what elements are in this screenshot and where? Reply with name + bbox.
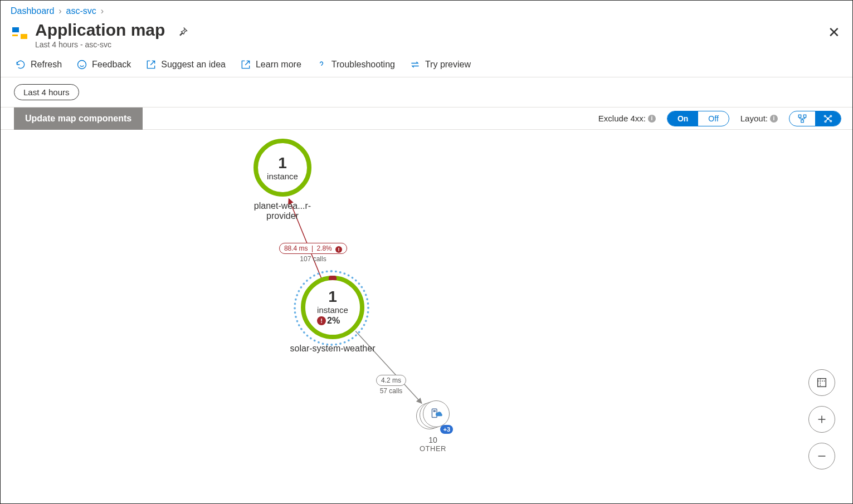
svg-rect-1 xyxy=(21,34,27,39)
troubleshooting-label: Troubleshooting xyxy=(332,60,395,70)
application-map-canvas[interactable]: 88.4 ms | 2.8% ! 107 calls 4.2 ms 57 cal… xyxy=(1,130,852,503)
try-preview-button[interactable]: Try preview xyxy=(410,59,471,70)
layout-force-button[interactable] xyxy=(815,111,841,126)
edge-solar-to-planet[interactable]: 88.4 ms | 2.8% ! 107 calls xyxy=(269,243,358,263)
page-title: Application map xyxy=(35,21,165,39)
breadcrumb-dashboard[interactable]: Dashboard xyxy=(11,6,54,16)
smile-icon xyxy=(76,59,87,70)
page-subtitle: Last 4 hours - asc-svc xyxy=(35,40,165,49)
layout-toggle[interactable] xyxy=(789,111,841,126)
server-cloud-icon xyxy=(429,407,443,421)
alert-icon: ! xyxy=(335,246,342,253)
node-count: 10 xyxy=(413,436,452,444)
edge-calls: 57 calls xyxy=(358,387,425,395)
zoom-in-button[interactable] xyxy=(808,406,835,433)
suggest-label: Suggest an idea xyxy=(161,60,226,70)
command-bar: Refresh Feedback Suggest an idea Learn m… xyxy=(1,53,852,77)
map-control-bar: Update map components Exclude 4xx: i On … xyxy=(1,107,852,130)
error-arc xyxy=(329,276,337,280)
zoom-out-button[interactable] xyxy=(808,443,835,469)
chevron-right-icon: › xyxy=(100,6,105,16)
svg-rect-2 xyxy=(12,35,18,36)
svg-rect-0 xyxy=(12,27,19,32)
refresh-icon xyxy=(15,59,26,70)
node-label: planet-wea...r-provider xyxy=(238,201,327,221)
suggest-button[interactable]: Suggest an idea xyxy=(145,59,226,70)
learn-more-button[interactable]: Learn more xyxy=(240,59,301,70)
appinsights-icon xyxy=(11,24,28,42)
refresh-button[interactable]: Refresh xyxy=(15,59,62,70)
breadcrumb-resource[interactable]: asc-svc xyxy=(66,6,96,16)
node-other[interactable]: +3 10 OTHER xyxy=(413,400,452,453)
pin-icon[interactable] xyxy=(177,26,188,40)
external-link-icon xyxy=(240,59,251,70)
more-badge: +3 xyxy=(440,425,453,434)
close-icon[interactable]: ✕ xyxy=(828,24,840,41)
svg-rect-15 xyxy=(433,410,436,412)
exclude-4xx-label: Exclude 4xx: i xyxy=(598,114,656,123)
breadcrumb: Dashboard › asc-svc › xyxy=(1,1,852,18)
page-header: Application map Last 4 hours - asc-svc ✕ xyxy=(1,18,852,53)
exclude-4xx-toggle[interactable]: On Off xyxy=(667,111,729,126)
exclude-4xx-off[interactable]: Off xyxy=(698,111,728,126)
edge-latency: 88.4 ms xyxy=(284,244,308,252)
troubleshooting-button[interactable]: Troubleshooting xyxy=(316,59,395,70)
edge-solar-to-other[interactable]: 4.2 ms 57 calls xyxy=(358,375,425,395)
feedback-button[interactable]: Feedback xyxy=(76,59,131,70)
exclude-4xx-on[interactable]: On xyxy=(667,111,698,126)
node-instance-count: 1 xyxy=(317,289,348,305)
try-preview-label: Try preview xyxy=(425,60,471,70)
layout-label: Layout: i xyxy=(740,114,778,123)
chevron-right-icon: › xyxy=(57,6,62,16)
timerange-row: Last 4 hours xyxy=(1,77,852,107)
refresh-label: Refresh xyxy=(31,60,62,70)
update-map-button[interactable]: Update map components xyxy=(14,107,143,130)
node-label: solar-system-weather xyxy=(282,344,383,354)
edge-latency: 4.2 ms xyxy=(381,376,401,384)
learn-more-label: Learn more xyxy=(256,60,301,70)
edge-error-pct: 2.8% xyxy=(316,244,332,252)
external-link-icon xyxy=(145,59,157,70)
layout-hierarchy-button[interactable] xyxy=(789,111,815,126)
swap-icon xyxy=(410,59,421,70)
node-planet-weather-provider[interactable]: 1 instance planet-wea...r-provider xyxy=(238,139,327,221)
feedback-label: Feedback xyxy=(92,60,131,70)
svg-point-3 xyxy=(78,61,86,69)
node-instance-unit: instance xyxy=(317,306,348,314)
node-instance-count: 1 xyxy=(267,155,298,171)
info-icon[interactable]: i xyxy=(648,115,656,123)
node-instance-unit: instance xyxy=(267,172,298,180)
svg-rect-6 xyxy=(801,120,804,123)
map-zoom-controls xyxy=(808,369,835,469)
fit-to-screen-button[interactable] xyxy=(808,369,835,396)
alert-icon: ! xyxy=(317,316,326,325)
svg-rect-16 xyxy=(818,379,826,387)
edge-calls: 107 calls xyxy=(269,255,358,263)
info-icon[interactable]: i xyxy=(770,115,778,123)
question-icon xyxy=(316,59,327,70)
svg-rect-4 xyxy=(798,115,801,118)
node-label: OTHER xyxy=(413,444,452,453)
svg-rect-5 xyxy=(803,115,806,118)
node-error-pct: 2% xyxy=(327,316,340,326)
timerange-picker[interactable]: Last 4 hours xyxy=(14,84,79,100)
node-solar-system-weather[interactable]: 1 instance ! 2% solar-system-weather xyxy=(282,276,383,354)
